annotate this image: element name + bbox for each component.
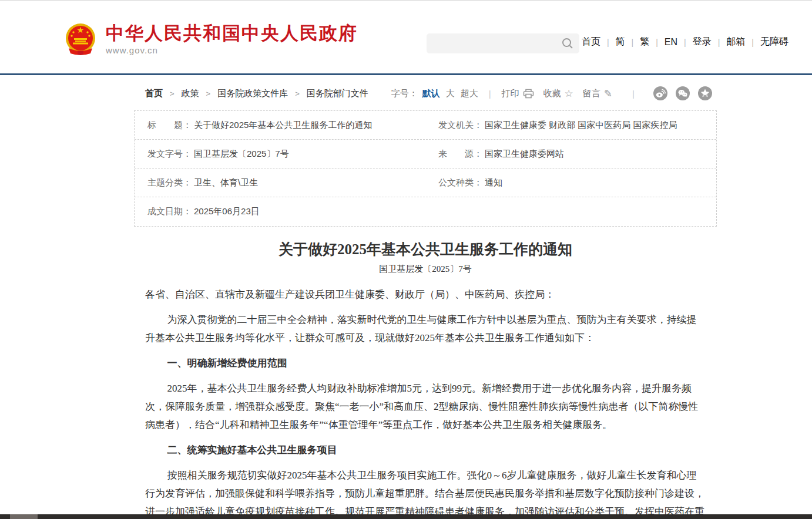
article-body: 各省、自治区、直辖市及新疆生产建设兵团卫生健康委、财政厅（局）、中医药局、疾控局… (145, 285, 706, 519)
meta-source-cell: 来 源： 国家卫生健康委网站 (425, 149, 716, 160)
meta-row: 标 题： 关于做好2025年基本公共卫生服务工作的通知 发文机关： 国家卫生健康… (135, 111, 716, 140)
meta-row: 主题分类： 卫生、体育\卫生 公文种类： 通知 (135, 168, 716, 197)
nav-separator: | (751, 38, 754, 47)
breadcrumb-current: 国务院部门文件 (307, 88, 368, 99)
meta-value: 国家卫生健康委 财政部 国家中医药局 国家疾控局 (485, 120, 677, 131)
horizontal-scrollbar-thumb[interactable] (10, 514, 38, 519)
breadcrumb-arrow-icon: > (295, 89, 300, 98)
nav-separator: | (718, 38, 720, 47)
nav-separator: | (684, 38, 686, 47)
search-input[interactable] (427, 33, 556, 53)
horizontal-scrollbar[interactable] (0, 514, 812, 519)
meta-value: 卫生、体育\卫生 (194, 177, 258, 188)
meta-value: 国卫基层发〔2025〕7号 (194, 149, 289, 160)
nav-simplified[interactable]: 简 (615, 36, 626, 48)
meta-value: 国家卫生健康委网站 (485, 149, 564, 160)
breadcrumb-arrow-icon: > (170, 89, 175, 98)
nav-english[interactable]: EN (663, 37, 679, 48)
article-section-heading-2: 二、统筹实施好基本公共卫生服务项目 (145, 441, 706, 459)
article-salutation: 各省、自治区、直辖市及新疆生产建设兵团卫生健康委、财政厅（局）、中医药局、疾控局… (145, 285, 706, 304)
meta-label: 公文种类： (438, 177, 482, 188)
meta-label: 发文字号： (147, 149, 192, 160)
weibo-share-icon[interactable] (653, 86, 667, 100)
font-size-label: 字号： (391, 88, 418, 99)
meta-label: 来 源： (438, 149, 482, 160)
font-size-default-button[interactable]: 默认 (422, 88, 440, 99)
meta-category-cell: 主题分类： 卫生、体育\卫生 (135, 177, 425, 188)
print-label: 打印 (502, 88, 519, 99)
pencil-icon: ✎ (604, 89, 612, 99)
site-title: 中华人民共和国中央人民政府 (106, 23, 358, 43)
site-logo[interactable]: 中华人民共和国中央人民政府 www.gov.cn (63, 22, 358, 56)
meta-row: 发文字号： 国卫基层发〔2025〕7号 来 源： 国家卫生健康委网站 (135, 140, 716, 168)
toolbar-separator: | (489, 89, 491, 99)
breadcrumb-arrow-icon: > (206, 89, 211, 98)
article-paragraph: 为深入贯彻党的二十届三中全会精神，落实新时代党的卫生与健康工作方针中以基层为重点… (145, 311, 706, 347)
nav-separator: | (632, 38, 634, 47)
font-size-large-button[interactable]: 大 (446, 88, 455, 99)
breadcrumb: 首页 > 政策 > 国务院政策文件库 > 国务院部门文件 (145, 88, 368, 99)
search-button[interactable] (556, 33, 579, 53)
article: 关于做好2025年基本公共卫生服务工作的通知 国卫基层发〔2025〕7号 各省、… (134, 240, 717, 519)
qzone-share-icon[interactable] (698, 86, 712, 100)
printer-icon (523, 89, 534, 99)
breadcrumb-toolbar-row: 首页 > 政策 > 国务院政策文件库 > 国务院部门文件 字号： 默认 大 超大… (134, 75, 717, 100)
nav-login[interactable]: 登录 (692, 36, 713, 48)
meta-title-cell: 标 题： 关于做好2025年基本公共卫生服务工作的通知 (135, 120, 425, 131)
meta-date-cell: 成文日期： 2025年06月23日 (135, 206, 425, 217)
top-nav: 首页 | 简 | 繁 | EN | 登录 | 邮箱 | 无障碍 (581, 36, 790, 48)
article-paragraph: 按照相关服务规范切实做好2025年基本公共卫生服务项目实施工作。强化0～6岁儿童… (145, 466, 706, 519)
comment-button[interactable]: 留言 ✎ (583, 88, 612, 99)
nav-separator: | (656, 38, 658, 47)
meta-issuer-cell: 发文机关： 国家卫生健康委 财政部 国家中医药局 国家疾控局 (425, 120, 716, 131)
nav-accessibility[interactable]: 无障碍 (759, 36, 790, 48)
breadcrumb-home[interactable]: 首页 (145, 88, 163, 99)
meta-value: 关于做好2025年基本公共卫生服务工作的通知 (194, 120, 372, 131)
article-doc-number: 国卫基层发〔2025〕7号 (145, 264, 706, 275)
star-icon: ☆ (565, 89, 573, 99)
meta-label: 主题分类： (147, 177, 192, 188)
meta-value: 通知 (485, 177, 502, 188)
article-paragraph: 2025年，基本公共卫生服务经费人均财政补助标准增加5元，达到99元。新增经费用… (145, 379, 706, 434)
wechat-share-icon[interactable] (676, 86, 690, 100)
nav-mail[interactable]: 邮箱 (725, 36, 746, 48)
search-icon (561, 37, 574, 50)
site-title-block: 中华人民共和国中央人民政府 www.gov.cn (106, 23, 358, 55)
meta-row: 成文日期： 2025年06月23日 (135, 197, 716, 226)
toolbar-separator: | (632, 89, 635, 99)
meta-label: 标 题： (147, 120, 192, 131)
nav-traditional[interactable]: 繁 (639, 36, 650, 48)
site-header: 中华人民共和国中央人民政府 www.gov.cn 首页 | 简 | 繁 | EN… (0, 1, 812, 73)
main-content: 首页 > 政策 > 国务院政策文件库 > 国务院部门文件 字号： 默认 大 超大… (134, 75, 717, 519)
favorite-button[interactable]: 收藏 ☆ (543, 88, 573, 99)
document-meta-table: 标 题： 关于做好2025年基本公共卫生服务工作的通知 发文机关： 国家卫生健康… (134, 110, 717, 227)
article-section-heading-1: 一、明确新增经费使用范围 (145, 354, 706, 372)
article-title: 关于做好2025年基本公共卫生服务工作的通知 (145, 240, 706, 259)
nav-home[interactable]: 首页 (581, 36, 602, 48)
comment-label: 留言 (583, 88, 600, 99)
breadcrumb-policy-library[interactable]: 国务院政策文件库 (217, 88, 288, 99)
document-toolbar: 字号： 默认 大 超大 | 打印 收藏 ☆ 留言 (391, 86, 712, 100)
font-size-xlarge-button[interactable]: 超大 (461, 88, 478, 99)
meta-label: 发文机关： (438, 120, 482, 131)
breadcrumb-policy[interactable]: 政策 (182, 88, 199, 99)
meta-doctype-cell: 公文种类： 通知 (425, 177, 716, 188)
search-box[interactable] (427, 33, 579, 53)
meta-label: 成文日期： (147, 206, 192, 217)
print-button[interactable]: 打印 (502, 88, 534, 99)
favorite-label: 收藏 (543, 88, 561, 99)
meta-docnum-cell: 发文字号： 国卫基层发〔2025〕7号 (135, 149, 425, 160)
national-emblem-icon (63, 22, 98, 56)
meta-value: 2025年06月23日 (194, 206, 260, 217)
share-icons (645, 86, 712, 100)
site-url: www.gov.cn (106, 45, 358, 55)
nav-separator: | (607, 38, 609, 47)
